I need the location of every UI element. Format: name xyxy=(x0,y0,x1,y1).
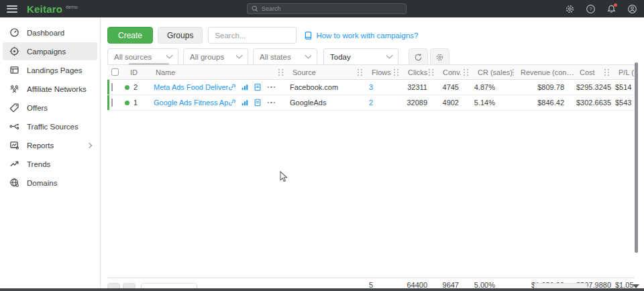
groups-filter-value: All groups xyxy=(190,53,224,61)
column-header-source[interactable]: Source xyxy=(287,65,366,79)
sidebar-label: Campaigns xyxy=(27,48,66,56)
table-settings-button[interactable] xyxy=(430,48,449,66)
column-header-revenue[interactable]: Revenue (con… xyxy=(515,65,574,79)
sidebar-item-dashboard[interactable]: Dashboard xyxy=(3,23,97,42)
brand-demo-label: demo xyxy=(66,5,78,9)
campaign-link-icon[interactable] xyxy=(228,83,236,91)
flows-link[interactable]: 2 xyxy=(369,99,373,107)
status-dot-active xyxy=(125,85,129,90)
sidebar-label: Landings Pages xyxy=(27,66,82,74)
sidebar-item-reports[interactable]: Reports xyxy=(3,136,97,154)
column-drag-handle[interactable] xyxy=(278,69,283,76)
trends-icon xyxy=(9,159,19,170)
revenue-value: $846.42 xyxy=(515,99,574,107)
column-header-clicks[interactable]: Clicks xyxy=(402,65,437,79)
campaign-id: 2 xyxy=(133,83,138,91)
column-drag-handle[interactable] xyxy=(604,69,609,76)
column-drag-handle[interactable] xyxy=(574,69,575,76)
domains-globe-icon xyxy=(9,178,19,188)
sidebar-label: Reports xyxy=(27,141,54,150)
column-drag-handle[interactable] xyxy=(394,69,398,76)
hamburger-menu-icon[interactable] xyxy=(7,5,17,13)
conv-value: 4902 xyxy=(437,99,472,107)
cost-value: $295.3245 xyxy=(574,83,613,91)
states-filter-value: All states xyxy=(260,53,291,61)
column-header-conv[interactable]: Conv. xyxy=(437,65,472,79)
settings-gear-icon[interactable] xyxy=(565,4,575,14)
pl-value: $514 xyxy=(613,83,635,91)
column-header-id[interactable]: ID xyxy=(125,65,150,79)
column-header-cr[interactable]: CR (sales) xyxy=(472,65,515,79)
sidebar-item-campaigns[interactable]: Campaigns xyxy=(3,42,97,60)
top-scrollbar-thumb[interactable] xyxy=(129,63,169,65)
notification-badge xyxy=(614,3,617,7)
sidebar-item-affiliate-networks[interactable]: Affiliate Networks xyxy=(3,80,97,98)
refresh-button[interactable] xyxy=(409,48,428,66)
column-drag-handle[interactable] xyxy=(429,69,433,76)
sidebar-label: Domains xyxy=(27,179,57,187)
gear-icon xyxy=(435,53,444,62)
campaign-search-input[interactable] xyxy=(208,27,297,44)
campaign-report-icon[interactable] xyxy=(254,99,262,107)
offers-tag-icon xyxy=(9,103,19,113)
campaign-report-icon[interactable] xyxy=(254,83,262,91)
column-drag-handle[interactable] xyxy=(358,69,362,76)
states-filter-select[interactable]: All states xyxy=(253,48,317,66)
campaign-stats-icon[interactable] xyxy=(241,83,249,91)
campaign-name-link[interactable]: Meta Ads Food Delivery Promo xyxy=(154,83,228,91)
global-search-input[interactable] xyxy=(262,5,402,12)
help-icon[interactable]: ? xyxy=(586,4,596,14)
row-checkbox[interactable] xyxy=(111,83,113,91)
dashboard-icon xyxy=(9,27,19,38)
notifications-bell-icon[interactable] xyxy=(606,4,616,14)
sidebar-item-offers[interactable]: Offers xyxy=(3,99,97,117)
flows-link[interactable]: 3 xyxy=(369,83,373,91)
main-content: Create Groups How to work with campaigns… xyxy=(101,17,644,291)
row-checkbox[interactable] xyxy=(111,99,113,107)
campaigns-toolbar: Create Groups How to work with campaigns… xyxy=(107,27,419,44)
sidebar-item-landings-pages[interactable]: Landings Pages xyxy=(3,61,97,79)
vertical-scrollbar-thumb[interactable] xyxy=(635,62,638,253)
sidebar-item-domains[interactable]: Domains xyxy=(3,174,97,192)
table-row[interactable]: 1 Google Ads Fitness App Split GoogleAds… xyxy=(107,95,635,111)
campaign-stats-icon[interactable] xyxy=(241,99,249,107)
campaigns-target-icon xyxy=(9,46,19,57)
column-header-cost[interactable]: Cost xyxy=(574,65,613,79)
cr-value: 4.87% xyxy=(472,83,515,91)
column-drag-handle[interactable] xyxy=(464,69,468,76)
landings-pages-icon xyxy=(9,65,19,76)
table-row[interactable]: 2 Meta Ads Food Delivery Promo Facebook.… xyxy=(107,80,635,95)
table-header-row: ID Name Source Flows Clicks Conv. CR (sa… xyxy=(107,65,635,80)
groups-filter-select[interactable]: All groups xyxy=(183,48,248,66)
clicks-value: 32089 xyxy=(402,99,437,107)
date-range-select[interactable]: Today xyxy=(323,48,398,66)
revenue-value: $809.78 xyxy=(515,83,574,91)
refresh-icon xyxy=(414,53,423,62)
campaign-source: GoogleAds xyxy=(287,99,366,107)
sidebar-item-traffic-sources[interactable]: Traffic Sources xyxy=(3,117,97,135)
row-more-menu-icon[interactable] xyxy=(268,102,276,104)
campaign-link-icon[interactable] xyxy=(228,99,236,107)
chevron-down-icon xyxy=(386,52,393,58)
sources-filter-value: All sources xyxy=(114,53,152,61)
groups-button[interactable]: Groups xyxy=(158,27,203,44)
select-all-checkbox[interactable] xyxy=(111,68,119,76)
cost-value: $302.6635 xyxy=(574,99,613,107)
campaign-name-link[interactable]: Google Ads Fitness App Split xyxy=(154,99,228,107)
date-range-value: Today xyxy=(330,53,351,61)
sidebar-label: Dashboard xyxy=(27,29,64,37)
create-button[interactable]: Create xyxy=(107,27,153,44)
help-article-link[interactable]: How to work with campaigns? xyxy=(305,32,418,40)
sidebar-label: Trends xyxy=(27,160,50,168)
svg-text:?: ? xyxy=(589,6,592,12)
brand-logo: Keitaro xyxy=(27,3,62,15)
column-header-name[interactable]: Name xyxy=(150,65,287,79)
row-more-menu-icon[interactable] xyxy=(268,86,276,89)
column-drag-handle[interactable] xyxy=(513,69,515,76)
sidebar-item-trends[interactable]: Trends xyxy=(3,155,97,173)
column-header-pl[interactable]: P/L ( xyxy=(613,65,635,79)
user-account-icon[interactable] xyxy=(627,4,637,14)
global-search[interactable] xyxy=(247,3,407,14)
reports-icon xyxy=(9,140,19,151)
column-header-flows[interactable]: Flows xyxy=(366,65,402,79)
